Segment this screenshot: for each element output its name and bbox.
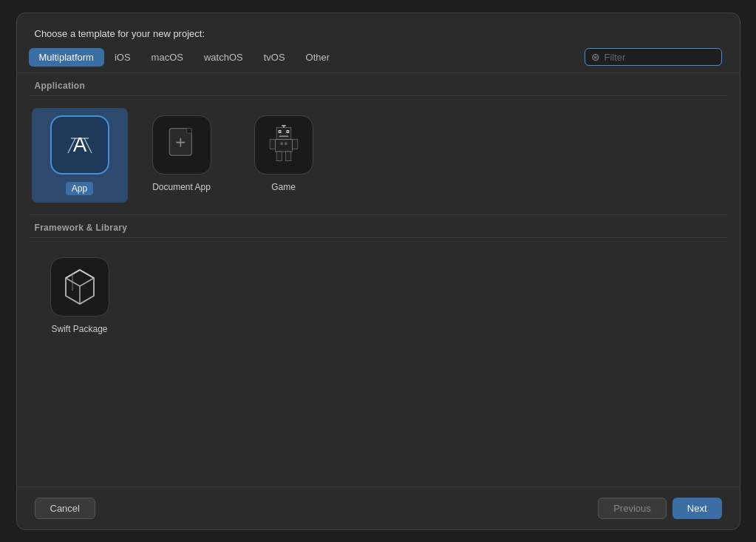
framework-templates-grid: Swift Package <box>29 244 728 353</box>
svg-rect-22 <box>276 152 282 161</box>
svg-rect-23 <box>285 152 290 161</box>
section-framework-library: Framework & Library <box>29 215 728 353</box>
dialog-header: Choose a template for your new project: <box>17 13 740 48</box>
app-label: App <box>66 182 93 195</box>
footer: Cancel Previous Next <box>17 487 740 529</box>
section-application-header: Application <box>29 73 728 96</box>
document-app-icon-wrap <box>152 115 211 175</box>
template-document-app[interactable]: Document App <box>134 108 230 203</box>
template-game[interactable]: Game <box>236 108 332 203</box>
svg-rect-9 <box>276 127 291 139</box>
tab-tvos[interactable]: tvOS <box>253 48 296 67</box>
next-button[interactable]: Next <box>672 498 722 519</box>
svg-rect-14 <box>279 135 288 137</box>
tab-watchos[interactable]: watchOS <box>194 48 253 67</box>
swift-package-icon <box>60 267 100 307</box>
svg-rect-13 <box>287 131 288 132</box>
tab-ios[interactable]: iOS <box>104 48 141 67</box>
svg-rect-21 <box>292 139 297 149</box>
tab-macos[interactable]: macOS <box>141 48 194 67</box>
swift-package-label: Swift Package <box>51 324 107 334</box>
svg-rect-19 <box>284 142 287 145</box>
tab-multiplatform[interactable]: Multiplatform <box>29 48 104 67</box>
filter-icon: ⊛ <box>591 51 600 63</box>
svg-line-29 <box>80 270 94 278</box>
previous-button[interactable]: Previous <box>598 498 667 519</box>
template-swift-package[interactable]: Swift Package <box>32 250 128 342</box>
svg-rect-18 <box>280 142 283 145</box>
app-icon: A <box>60 125 100 165</box>
application-templates-grid: A App <box>29 102 728 214</box>
svg-text:A: A <box>72 133 86 156</box>
document-app-icon <box>163 126 200 163</box>
game-icon-wrap <box>254 115 313 175</box>
game-label: Game <box>271 182 296 192</box>
cancel-button[interactable]: Cancel <box>35 498 95 519</box>
dialog-title: Choose a template for your new project: <box>35 28 205 39</box>
content-area: Application A <box>17 73 740 487</box>
swift-package-icon-wrap <box>50 257 109 316</box>
svg-rect-20 <box>270 139 275 149</box>
new-project-dialog: Choose a template for your new project: … <box>16 13 740 530</box>
game-icon <box>264 125 304 165</box>
tabs-bar: Multiplatform iOS macOS watchOS tvOS Oth… <box>17 48 740 73</box>
svg-rect-12 <box>279 131 280 132</box>
filter-input[interactable] <box>605 52 715 63</box>
footer-right: Previous Next <box>598 498 721 519</box>
svg-rect-6 <box>186 128 191 133</box>
app-icon-wrap: A <box>50 115 109 175</box>
tab-other[interactable]: Other <box>296 48 341 67</box>
template-app[interactable]: A App <box>32 108 128 203</box>
section-framework-header: Framework & Library <box>29 215 728 238</box>
svg-rect-17 <box>275 139 292 151</box>
svg-rect-16 <box>282 125 285 126</box>
document-app-label: Document App <box>152 182 211 192</box>
filter-wrapper: ⊛ <box>585 48 722 66</box>
section-application: Application A <box>29 73 728 214</box>
svg-line-26 <box>80 278 94 286</box>
footer-left: Cancel <box>35 498 95 519</box>
